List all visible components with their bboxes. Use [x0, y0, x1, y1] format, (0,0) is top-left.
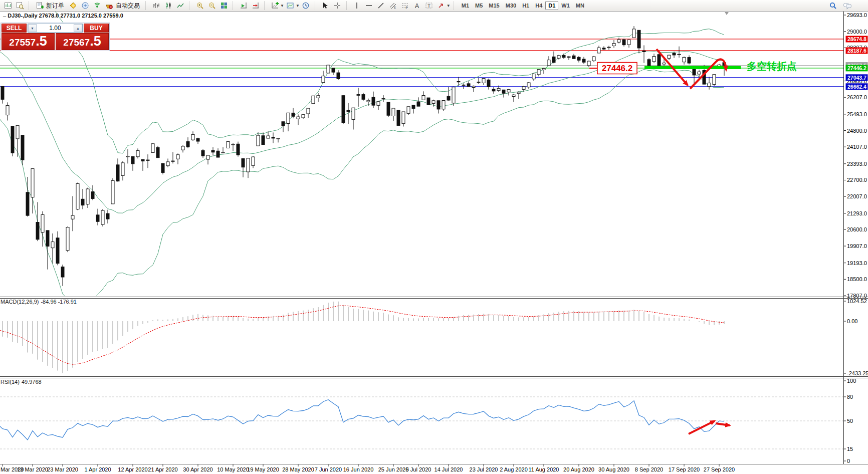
date-label[interactable]: 5 Jul 2020	[406, 466, 431, 472]
sell-price[interactable]: 27557 .5	[2, 33, 55, 50]
date-label[interactable]: 30 Apr 2020	[183, 466, 212, 472]
new-order-button[interactable]	[34, 1, 45, 11]
timeframe-m1[interactable]: M1	[459, 1, 472, 10]
timeframe-m15[interactable]: M15	[486, 1, 502, 10]
candle-body	[482, 79, 485, 83]
sell-price-dec: .5	[36, 34, 47, 49]
volume-up-button[interactable]: ▲	[74, 24, 82, 32]
data-window-icon	[81, 2, 89, 10]
timeframe-m30[interactable]: M30	[503, 1, 519, 10]
candle-body	[612, 44, 615, 46]
time-axis[interactable]: Mar 202013 Mar 202023 Mar 20201 Apr 2020…	[1, 464, 735, 472]
date-label[interactable]: 19 May 2020	[247, 466, 279, 472]
candle-body	[332, 68, 335, 72]
candle-body	[678, 54, 681, 55]
candle-body	[196, 138, 199, 141]
volume-down-button[interactable]: ▼	[28, 24, 37, 32]
candle-body	[658, 55, 661, 66]
candle-body	[632, 29, 635, 38]
bar-chart-button[interactable]	[150, 1, 162, 11]
date-label[interactable]: 2 Aug 2020	[500, 466, 528, 472]
date-label[interactable]: 28 May 2020	[282, 466, 314, 472]
date-label[interactable]: 8 Sep 2020	[635, 466, 663, 472]
date-label[interactable]: 25 Jun 2020	[378, 466, 409, 472]
vertical-line-icon	[353, 2, 361, 10]
date-label[interactable]: 16 Jun 2020	[343, 466, 374, 472]
timeframe-d1[interactable]: D1	[545, 1, 558, 10]
date-label[interactable]: 11 Aug 2020	[529, 466, 559, 472]
arrows-tool-button[interactable]	[436, 1, 447, 11]
date-label[interactable]: 20 Aug 2020	[563, 466, 594, 472]
cursor-button[interactable]	[320, 1, 331, 11]
candle-body	[547, 60, 550, 66]
zoom-out-button[interactable]	[206, 1, 218, 11]
buy-price[interactable]: 27567 .5	[56, 33, 109, 50]
horizontal-line-tool-button[interactable]	[363, 1, 375, 11]
date-label[interactable]: 23 Mar 2020	[47, 466, 78, 472]
date-label[interactable]: 21 Apr 2020	[148, 466, 177, 472]
templates-dropdown-caret[interactable]: ▼	[296, 4, 300, 8]
new-order-label[interactable]: 新订单	[46, 2, 64, 10]
trendline-tool-button[interactable]	[375, 1, 387, 11]
timeframe-m5[interactable]: M5	[472, 1, 486, 10]
candle-body	[597, 48, 600, 53]
text-label-tool-button[interactable]: T	[423, 1, 435, 11]
buy-button[interactable]: BUY	[84, 24, 109, 33]
price-tick-label: 19907.0	[847, 243, 867, 249]
tile-windows-button[interactable]	[218, 1, 230, 11]
navigator-button[interactable]	[91, 1, 103, 11]
candle-body	[151, 144, 154, 153]
date-label[interactable]: 10 May 2020	[217, 466, 249, 472]
text-tool-button[interactable]: A	[411, 1, 423, 11]
candle-body	[708, 83, 711, 87]
date-label[interactable]: 14 Jul 2020	[435, 466, 463, 472]
autotrade-button[interactable]	[103, 1, 115, 11]
new-order-icon	[36, 2, 44, 10]
chart-window-button[interactable]	[2, 1, 14, 11]
profiles-button[interactable]	[14, 1, 26, 11]
timeframe-h4[interactable]: H4	[532, 1, 545, 10]
sell-button[interactable]: SELL	[2, 24, 27, 33]
timeframe-h1[interactable]: H1	[519, 1, 532, 10]
arrows-dropdown-caret[interactable]: ▼	[447, 4, 451, 8]
date-label[interactable]: 13 Mar 2020	[17, 466, 48, 472]
date-label[interactable]: 30 Aug 2020	[598, 466, 629, 472]
chat-icon	[843, 2, 852, 10]
search-button[interactable]	[827, 1, 838, 11]
indicators-button[interactable]	[269, 1, 281, 11]
chat-button[interactable]	[841, 1, 853, 11]
crosshair-button[interactable]	[332, 1, 343, 11]
date-label[interactable]: 17 Sep 2020	[669, 466, 700, 472]
market-watch-button[interactable]	[67, 1, 79, 11]
timeframe-mn[interactable]: MN	[573, 1, 587, 10]
chart-shift-marker[interactable]	[725, 12, 729, 15]
date-label[interactable]: 23 Jul 2020	[470, 466, 498, 472]
indicators-dropdown-caret[interactable]: ▼	[280, 4, 284, 8]
zoom-in-button[interactable]	[194, 1, 205, 11]
fibonacci-tool-button[interactable]: F	[399, 1, 411, 11]
date-label[interactable]: 27 Sep 2020	[704, 466, 735, 472]
chart-canvas[interactable]: 27446.2 多空转折点 29693.029000.028307.026900…	[0, 0, 868, 474]
candle-body	[622, 40, 625, 45]
date-label[interactable]: 7 Jun 2020	[315, 466, 342, 472]
chart-shift-button[interactable]	[250, 1, 261, 11]
candle-body	[477, 82, 480, 83]
timeframe-w1[interactable]: W1	[558, 1, 573, 10]
macd-label: MACD(12,26,9)-84.96 -176.91	[1, 299, 77, 305]
autotrade-label[interactable]: 自动交易	[116, 2, 140, 10]
date-label[interactable]: 1 Apr 2020	[84, 466, 111, 472]
candlestick-chart-button[interactable]	[162, 1, 174, 11]
period-clock-button[interactable]	[300, 1, 312, 11]
date-label[interactable]: 12 Apr 2020	[118, 466, 147, 472]
volume-value[interactable]: 1.00	[37, 24, 74, 32]
data-window-button[interactable]	[79, 1, 91, 11]
candle-body	[146, 160, 149, 160]
auto-scroll-button[interactable]	[238, 1, 249, 11]
candle-body	[111, 180, 114, 204]
candle-body	[417, 102, 420, 106]
candle-body	[693, 69, 696, 75]
vertical-line-tool-button[interactable]	[351, 1, 363, 11]
channel-tool-button[interactable]: E	[387, 1, 399, 11]
templates-button[interactable]	[285, 1, 296, 11]
line-chart-button[interactable]	[174, 1, 186, 11]
